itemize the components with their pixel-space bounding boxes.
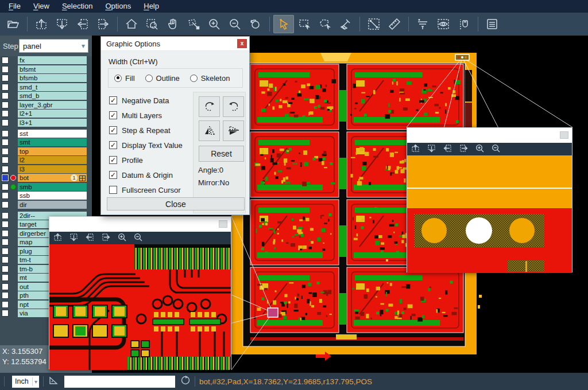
checkbox-box-icon[interactable]: ✓ bbox=[109, 126, 117, 134]
window-zoom-in-button[interactable] bbox=[475, 143, 485, 155]
layer-checkbox[interactable] bbox=[2, 301, 9, 308]
layer-name-cell[interactable]: l3 bbox=[18, 165, 87, 173]
close-button[interactable]: Close bbox=[107, 197, 245, 210]
layers-panel-button[interactable] bbox=[482, 15, 502, 33]
layer-name-cell[interactable]: l2+1 bbox=[18, 110, 87, 118]
zoom-in-button[interactable] bbox=[204, 15, 225, 33]
layer-row-fx[interactable]: fx bbox=[0, 56, 92, 64]
layer-name-cell[interactable]: bfsmb bbox=[18, 74, 87, 82]
clean-tool-button[interactable] bbox=[335, 15, 356, 33]
layer-row-bfsmb[interactable]: bfsmb bbox=[0, 74, 92, 82]
layer-name-cell[interactable]: fx bbox=[18, 56, 87, 64]
layer-name-cell[interactable]: bfsmt bbox=[18, 65, 87, 73]
menu-view[interactable]: View bbox=[27, 0, 56, 13]
pan-left-button[interactable] bbox=[72, 15, 93, 33]
checkbox-display-text-value[interactable]: ✓Display Text Value bbox=[109, 138, 183, 153]
checkbox-box-icon[interactable]: ✓ bbox=[109, 141, 117, 149]
dialog-close-button[interactable]: x bbox=[237, 39, 247, 48]
select-cursor-button[interactable] bbox=[273, 15, 294, 33]
rotate-ccw-button[interactable] bbox=[223, 96, 244, 117]
layer-checkbox[interactable] bbox=[2, 283, 9, 290]
window-pan-down-button[interactable] bbox=[69, 232, 79, 244]
radio-skeleton[interactable]: Skeleton bbox=[190, 74, 235, 83]
command-input[interactable] bbox=[64, 376, 175, 388]
layer-name-cell[interactable]: smd_b bbox=[18, 92, 87, 100]
layer-name-cell[interactable]: smd_t bbox=[18, 83, 87, 91]
mirror-vertical-button[interactable] bbox=[223, 120, 244, 141]
radio-outline[interactable]: Outline bbox=[145, 74, 184, 83]
layer-row-smt[interactable]: smt bbox=[0, 138, 92, 146]
layer-name-cell[interactable]: sst bbox=[18, 130, 87, 138]
layer-checkbox[interactable] bbox=[2, 230, 9, 237]
layer-row-l3[interactable]: l3 bbox=[0, 165, 92, 173]
layer-checkbox[interactable] bbox=[2, 75, 9, 81]
radio-circle-icon[interactable] bbox=[114, 75, 122, 82]
layer-row-l2[interactable]: l2 bbox=[0, 156, 92, 164]
pan-up-button[interactable] bbox=[31, 15, 52, 33]
menu-selection[interactable]: Selection bbox=[56, 0, 99, 13]
layer-checkbox[interactable] bbox=[2, 221, 9, 228]
unit-select[interactable]: Inch ▾ bbox=[12, 376, 39, 388]
select-rectangle-button[interactable] bbox=[294, 15, 315, 33]
window-zoom-out-button[interactable] bbox=[491, 143, 501, 155]
layer-checkbox[interactable] bbox=[2, 148, 9, 155]
refresh-icon[interactable] bbox=[180, 375, 191, 388]
window-button[interactable] bbox=[219, 220, 227, 228]
drag-zoom-button[interactable] bbox=[183, 15, 204, 33]
zoom-window-titlebar[interactable] bbox=[49, 217, 231, 232]
layer-checkbox[interactable] bbox=[2, 192, 9, 199]
window-pan-down-button[interactable] bbox=[427, 143, 436, 155]
measure-distance-button[interactable] bbox=[363, 15, 384, 33]
zoom-window-titlebar[interactable] bbox=[407, 128, 572, 143]
layer-checkbox[interactable] bbox=[2, 212, 9, 219]
select-polygon-button[interactable] bbox=[315, 15, 335, 33]
layer-row-bot[interactable]: bot1 bbox=[0, 174, 92, 182]
menu-help[interactable]: Help bbox=[137, 0, 165, 13]
layer-row-l2+1[interactable]: l2+1 bbox=[0, 110, 92, 118]
layer-name-cell[interactable]: l3+1 bbox=[18, 119, 87, 127]
window-pan-left-button[interactable] bbox=[443, 143, 452, 155]
window-pan-left-button[interactable] bbox=[85, 232, 95, 244]
layer-name-cell[interactable]: layer_3.gbr bbox=[18, 101, 87, 109]
checkbox-fullscreen-cursor[interactable]: Fullscreen Cursor bbox=[109, 182, 183, 197]
measure-ruler-button[interactable] bbox=[384, 15, 405, 33]
layer-checkbox[interactable] bbox=[2, 256, 9, 263]
layer-name-cell[interactable]: dir bbox=[18, 201, 87, 209]
radio-circle-icon[interactable] bbox=[145, 75, 153, 82]
pan-down-button[interactable] bbox=[52, 15, 72, 33]
layer-checkbox[interactable] bbox=[2, 266, 9, 272]
layer-checkbox[interactable] bbox=[2, 119, 9, 126]
snap-tool-button[interactable] bbox=[454, 15, 474, 33]
window-zoom-out-button[interactable] bbox=[133, 232, 143, 244]
layer-checkbox[interactable] bbox=[2, 310, 9, 317]
rotate-cw-button[interactable] bbox=[199, 96, 220, 117]
layer-row-smd_t[interactable]: smd_t bbox=[0, 83, 92, 91]
layer-name-cell[interactable]: smb bbox=[18, 183, 87, 191]
layer-row-top[interactable]: top bbox=[0, 147, 92, 155]
layer-checkbox[interactable] bbox=[2, 184, 9, 190]
layer-row-ssb[interactable]: ssb bbox=[0, 192, 92, 200]
checkbox-step-repeat[interactable]: ✓Step & Repeat bbox=[109, 123, 183, 138]
radio-fill[interactable]: Fill bbox=[114, 74, 140, 83]
window-pan-right-button[interactable] bbox=[459, 143, 469, 155]
display-options-button[interactable] bbox=[433, 15, 454, 33]
layer-checkbox[interactable] bbox=[2, 292, 9, 299]
window-button[interactable] bbox=[560, 131, 568, 139]
checkbox-negative-data[interactable]: ✓Negative Data bbox=[109, 93, 183, 108]
layer-checkbox[interactable] bbox=[2, 174, 9, 181]
mirror-horizontal-button[interactable] bbox=[199, 120, 220, 141]
layer-name-cell[interactable]: l2 bbox=[18, 156, 87, 164]
window-pan-right-button[interactable] bbox=[101, 232, 111, 244]
checkbox-box-icon[interactable]: ✓ bbox=[109, 96, 117, 104]
menu-options[interactable]: Options bbox=[99, 0, 137, 13]
layer-name-cell[interactable]: smt bbox=[18, 138, 87, 146]
checkbox-box-icon[interactable] bbox=[109, 186, 117, 194]
menu-file[interactable]: File bbox=[2, 0, 27, 13]
window-zoom-in-button[interactable] bbox=[117, 232, 127, 244]
open-file-button[interactable] bbox=[3, 15, 24, 33]
window-pan-up-button[interactable] bbox=[411, 143, 420, 155]
layer-checkbox[interactable] bbox=[2, 157, 9, 163]
zoom-home-button[interactable] bbox=[121, 15, 142, 33]
step-select[interactable]: panel ▾ bbox=[19, 39, 88, 53]
layer-name-cell[interactable]: top bbox=[18, 147, 87, 155]
